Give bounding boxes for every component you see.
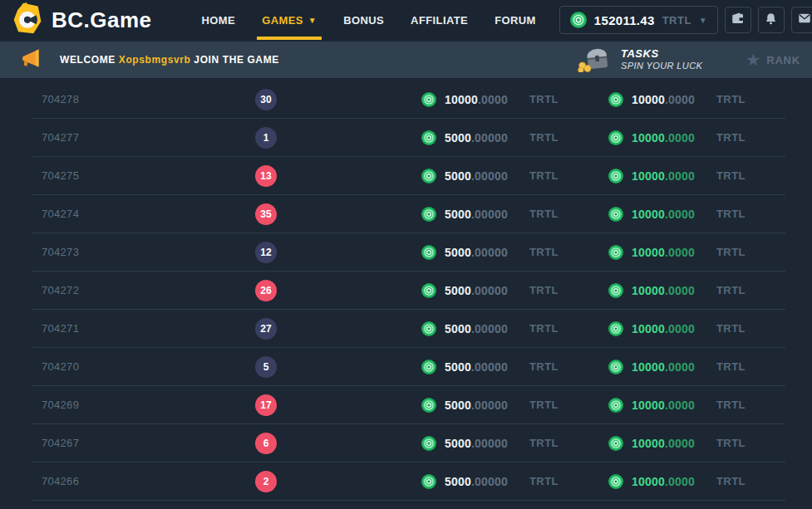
trtl-coin-icon [421, 130, 436, 145]
bets-table: 704278 30 10000.0000 TRTL [32, 81, 785, 501]
table-row[interactable]: 704269 17 5000.00000 TRTL [32, 386, 785, 424]
treasure-chest-icon [576, 44, 613, 76]
bet-amount-cell: 5000.00000 TRTL [421, 321, 608, 336]
tasks-subtitle: SPIN YOUR LUCK [621, 61, 702, 72]
tasks-shortcut[interactable]: TASKS SPIN YOUR LUCK [576, 44, 702, 76]
trtl-coin-icon [608, 360, 623, 374]
table-row[interactable]: 704271 27 5000.00000 TRTL [32, 310, 785, 348]
balance-currency: TRTL [662, 14, 691, 27]
payout-amount: 10000.0000 [632, 399, 703, 412]
bet-amount: 5000.00000 [445, 208, 516, 221]
number-badge: 5 [255, 356, 277, 378]
trtl-coin-icon [608, 92, 623, 107]
payout-currency: TRTL [716, 360, 746, 373]
trtl-coin-icon [608, 130, 623, 145]
payout-currency: TRTL [716, 246, 746, 258]
nav-item-forum[interactable]: FORUM [481, 0, 549, 40]
number-badge: 35 [255, 203, 277, 225]
table-row[interactable]: 704273 12 5000.00000 TRTL [32, 233, 785, 272]
table-row[interactable]: 704266 2 5000.00000 TRTL [32, 463, 785, 501]
bet-amount: 5000.00000 [445, 131, 516, 144]
payout-amount: 10000.0000 [632, 360, 703, 374]
megaphone-icon [18, 47, 42, 72]
trtl-coin-icon [608, 207, 623, 222]
messages-button[interactable] [791, 7, 812, 33]
balance-amount: 152011.43 [594, 13, 655, 27]
bet-amount: 5000.00000 [445, 360, 516, 374]
table-row[interactable]: 704278 30 10000.0000 TRTL [32, 81, 785, 119]
bet-currency: TRTL [529, 208, 559, 220]
trtl-coin-icon [608, 245, 623, 260]
bet-amount-cell: 5000.00000 TRTL [421, 207, 608, 222]
payout-currency: TRTL [716, 322, 746, 335]
table-row[interactable]: 704272 26 5000.00000 TRTL [32, 272, 785, 310]
payout-currency: TRTL [716, 399, 746, 411]
announcement-banner: WELCOME Xopsbmgsvrb JOIN THE GAME TASKS … [0, 42, 812, 78]
payout-currency: TRTL [716, 169, 746, 182]
nav-item-home[interactable]: HOME [189, 0, 249, 40]
trtl-coin-icon [608, 436, 623, 451]
bet-currency: TRTL [529, 169, 559, 182]
rank-label: RANK [766, 54, 800, 66]
payout-amount: 10000.0000 [632, 437, 703, 450]
bet-currency: TRTL [529, 284, 559, 296]
table-row[interactable]: 704270 5 5000.00000 TRTL [32, 348, 785, 386]
bet-currency: TRTL [529, 399, 559, 411]
bet-currency: TRTL [529, 322, 559, 335]
number-badge: 13 [255, 165, 277, 187]
bet-id: 704273 [42, 246, 208, 258]
trtl-coin-icon [570, 12, 587, 28]
payout-amount-cell: 10000.0000 TRTL [608, 360, 746, 374]
rank-shortcut[interactable]: ★ RANK [746, 51, 800, 68]
bet-amount-cell: 5000.00000 TRTL [421, 360, 608, 374]
bet-id: 704277 [42, 131, 208, 144]
bet-amount-cell: 5000.00000 TRTL [421, 169, 608, 184]
notifications-button[interactable] [758, 7, 785, 33]
welcomed-username: Xopsbmgsvrb [119, 54, 191, 66]
bet-currency: TRTL [529, 360, 559, 373]
logo-text: BC.Game [52, 7, 152, 33]
trtl-coin-icon [421, 321, 436, 336]
number-badge: 2 [255, 471, 277, 492]
trtl-coin-icon [421, 169, 436, 184]
bet-amount: 5000.00000 [445, 399, 516, 412]
top-nav: BC.Game HOME GAMES ▼ BONUS AFFILIATE FOR… [0, 0, 812, 40]
chevron-down-icon: ▼ [699, 16, 707, 25]
bet-id: 704266 [42, 475, 208, 487]
logo[interactable]: BC.Game [12, 2, 152, 38]
trtl-coin-icon [608, 321, 623, 336]
nav-item-games[interactable]: GAMES ▼ [249, 0, 330, 40]
table-row[interactable]: 704277 1 5000.00000 TRTL [32, 119, 785, 157]
bet-id: 704269 [42, 399, 208, 411]
payout-amount: 10000.0000 [632, 208, 703, 221]
number-badge: 17 [255, 394, 277, 416]
wallet-button[interactable] [725, 7, 751, 33]
mail-icon [797, 11, 812, 29]
trtl-coin-icon [421, 436, 436, 451]
trtl-coin-icon [608, 474, 623, 489]
table-row[interactable]: 704274 35 5000.00000 TRTL [32, 195, 785, 233]
nav-item-bonus[interactable]: BONUS [330, 0, 397, 40]
bet-id: 704278 [42, 93, 208, 105]
number-badge: 6 [255, 433, 277, 454]
bet-amount-cell: 5000.00000 TRTL [421, 245, 608, 260]
nav-item-affiliate[interactable]: AFFILIATE [397, 0, 481, 40]
bet-currency: TRTL [529, 131, 559, 144]
trtl-coin-icon [608, 169, 623, 184]
number-badge: 27 [255, 318, 277, 340]
table-row[interactable]: 704275 13 5000.00000 TRTL [32, 157, 785, 195]
bet-id: 704271 [42, 322, 208, 335]
payout-amount-cell: 10000.0000 TRTL [608, 169, 746, 184]
bet-amount: 5000.00000 [445, 322, 516, 335]
payout-amount-cell: 10000.0000 TRTL [608, 245, 746, 260]
balance-selector[interactable]: 152011.43 TRTL ▼ [559, 6, 718, 34]
payout-amount-cell: 10000.0000 TRTL [608, 436, 746, 451]
payout-currency: TRTL [716, 475, 746, 487]
trtl-coin-icon [421, 474, 436, 489]
table-row[interactable]: 704267 6 5000.00000 TRTL [32, 424, 785, 463]
bet-amount: 5000.00000 [445, 475, 516, 488]
payout-amount: 10000.0000 [632, 246, 703, 259]
bet-id: 704274 [42, 208, 208, 220]
bet-amount: 5000.00000 [445, 437, 516, 450]
welcome-message: WELCOME Xopsbmgsvrb JOIN THE GAME [60, 54, 279, 66]
